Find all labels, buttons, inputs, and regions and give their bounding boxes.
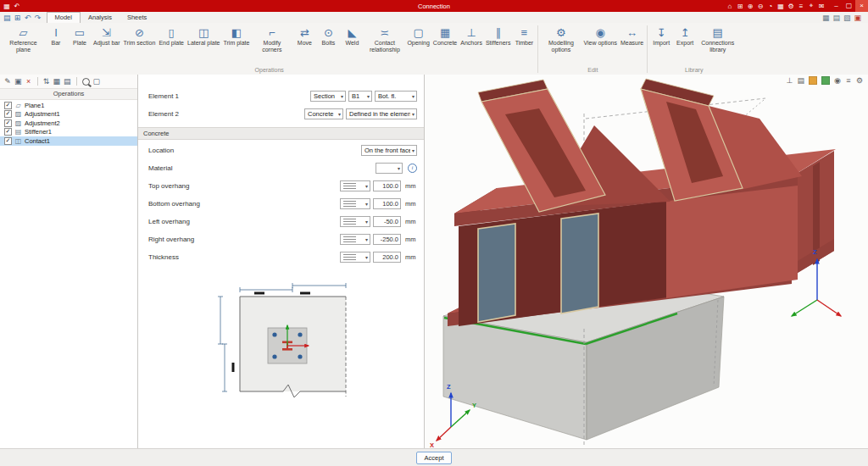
ribbon-item-import[interactable]: ↧Import [649, 25, 673, 47]
accept-button[interactable]: Accept [416, 452, 452, 464]
minimize-button[interactable]: – [830, 0, 843, 12]
tab-model[interactable]: Model [47, 12, 81, 23]
thickness-input[interactable]: 200.0 [373, 252, 401, 263]
ribbon-group-operations: ▱Reference planeIBar▭Plate⇲Adjust bar⊘Tr… [3, 23, 536, 75]
3d-viewport[interactable]: ⊥▤◉≡⚙ [424, 75, 868, 449]
list-icon[interactable]: ≡ [798, 3, 804, 10]
ribbon-item-plate[interactable]: ▭Plate [68, 25, 92, 47]
material-dropdown[interactable]: ▾ [376, 163, 403, 174]
maximize-button[interactable]: ▢ [843, 0, 855, 12]
ribbon-item-export[interactable]: ↥Export [673, 25, 697, 47]
list-icon[interactable]: ▤ [64, 77, 71, 86]
ribbon-item-adjust-bar[interactable]: ⇲Adjust bar [92, 25, 122, 47]
ribbon-item-timber[interactable]: ≡Timber [512, 25, 536, 47]
ribbon-item-end-plate[interactable]: ▯End plate [157, 25, 186, 47]
left-overhang-input[interactable]: -50.0 [373, 216, 401, 227]
reorder-icon[interactable]: ⇅ [43, 77, 50, 86]
element-1-dropdown[interactable]: Bot. fl.▾ [375, 91, 417, 102]
top-overhang-input[interactable]: 100.0 [373, 180, 401, 191]
ribbon-item-bolts[interactable]: ⊙Bolts [316, 25, 340, 47]
ribbon-item-concrete[interactable]: ▦Concrete [431, 25, 459, 47]
ribbon-item-anchors[interactable]: ⊥Anchors [459, 25, 484, 47]
ribbon-item-view-options[interactable]: ◉View options [581, 25, 619, 47]
render-icon[interactable] [821, 76, 830, 85]
checkbox-icon[interactable]: ✓ [4, 119, 12, 127]
ribbon-item-trim-plate[interactable]: ◧Trim plate [222, 25, 252, 47]
print-icon[interactable]: ▤ [797, 76, 804, 85]
ribbon-item-contact-relationship[interactable]: ≍Contact relationship [364, 25, 405, 53]
ribbon-item-modify-corners[interactable]: ⌐Modify corners [251, 25, 292, 53]
ribbon-item-stiffeners[interactable]: ∥Stiffeners [484, 25, 512, 47]
frame-icon[interactable]: ▢ [93, 77, 101, 86]
checkbox-icon[interactable]: ✓ [4, 102, 12, 109]
left-overhang-style-dropdown[interactable]: ▾ [340, 216, 370, 227]
app-grid-icon[interactable]: ▦ [3, 3, 10, 10]
right-overhang-input[interactable]: -250.0 [373, 234, 401, 245]
element-1-dropdown[interactable]: B1▾ [348, 91, 372, 102]
copy-icon[interactable]: ▣ [14, 77, 22, 86]
table-icon[interactable]: ▦ [777, 3, 784, 10]
undo-icon[interactable]: ↶ [25, 14, 31, 22]
ribbon-item-trim-section[interactable]: ⊘Trim section [122, 25, 158, 47]
view-icon[interactable]: ◔ [767, 3, 774, 10]
undo-icon[interactable]: ↶ [14, 3, 20, 10]
ribbon-item-move[interactable]: ⇄Move [292, 25, 316, 47]
mail-icon[interactable]: ✉ [818, 3, 825, 10]
checkbox-icon[interactable]: ✓ [4, 137, 12, 145]
workplane-icon[interactable]: ⊥ [786, 76, 793, 85]
tree-item-contact1[interactable]: ✓◫Contact1 [0, 136, 137, 146]
chevron-down-icon: ▾ [398, 165, 400, 171]
ribbon-item-measure[interactable]: ↔Measure [619, 25, 645, 47]
zoom-in-icon[interactable]: ⊕ [747, 3, 754, 10]
save-icon[interactable]: ▤ [3, 14, 11, 22]
view-settings-icon[interactable]: ⚙ [856, 76, 863, 85]
tree-item-stiffener1[interactable]: ✓▤Stiffener1 [0, 128, 137, 137]
visibility-icon[interactable]: ◉ [834, 76, 841, 85]
plate-style-icon [343, 236, 356, 243]
bottom-overhang-style-dropdown[interactable]: ▾ [340, 198, 370, 209]
ribbon-item-lateral-plate[interactable]: ◫Lateral plate [186, 25, 222, 47]
alert-icon[interactable]: ▣ [854, 14, 861, 22]
tab-sheets[interactable]: Sheets [120, 12, 154, 23]
tree-item-adjustment1[interactable]: ✓▨Adjustment1 [0, 110, 137, 119]
report-icon[interactable]: ▧ [843, 14, 851, 22]
new-grid-icon[interactable]: ⊞ [14, 14, 21, 22]
ribbon-item-bar[interactable]: IBar [44, 25, 68, 47]
tree-item-plane1[interactable]: ✓▱Plane1 [0, 101, 137, 110]
element-1-dropdown[interactable]: Section▾ [310, 91, 346, 102]
element-2-dropdown[interactable]: Defined in the element▾ [346, 108, 417, 119]
edit-icon[interactable]: ✎ [4, 77, 11, 86]
thickness-style-dropdown[interactable]: ▾ [340, 252, 370, 263]
right-overhang-style-dropdown[interactable]: ▾ [340, 234, 370, 245]
view-grid-icon[interactable]: ▦ [822, 14, 830, 22]
contact-icon: ◫ [14, 137, 22, 145]
close-button[interactable]: × [855, 0, 868, 12]
palette-icon[interactable] [809, 76, 817, 85]
top-overhang-style-dropdown[interactable]: ▾ [340, 180, 370, 191]
target-icon[interactable]: ⌖ [808, 2, 815, 10]
location-dropdown[interactable]: On the front face▾ [361, 145, 417, 156]
ribbon-item-opening[interactable]: ▢Opening [405, 25, 431, 47]
info-icon[interactable]: i [408, 164, 417, 173]
zoom-out-icon[interactable]: ⊖ [757, 3, 764, 10]
redo-icon[interactable]: ↷ [35, 14, 42, 22]
settings-icon[interactable]: ⚙ [787, 3, 794, 10]
element-2-dropdown[interactable]: Concrete▾ [304, 108, 343, 119]
ribbon-item-reference-plane[interactable]: ▱Reference plane [3, 25, 44, 53]
ribbon-item-connections-library[interactable]: ▤Connections library [697, 25, 738, 53]
checkbox-icon[interactable]: ✓ [4, 110, 12, 118]
prop-row-controls: On the front face▾ [361, 145, 417, 156]
grid-icon[interactable]: ▦ [53, 77, 61, 86]
ribbon-item-weld[interactable]: ◣Weld [340, 25, 364, 47]
search-icon[interactable] [82, 78, 90, 86]
home-icon[interactable]: ⌂ [726, 3, 733, 10]
layers-icon[interactable]: ≡ [845, 76, 852, 85]
bottom-overhang-input[interactable]: 100.0 [373, 198, 401, 209]
tree-item-adjustment2[interactable]: ✓▨Adjustment2 [0, 119, 137, 128]
tab-analysis[interactable]: Analysis [81, 12, 120, 23]
checkbox-icon[interactable]: ✓ [4, 128, 12, 136]
sheet-icon[interactable]: ▤ [832, 14, 840, 22]
delete-icon[interactable]: × [25, 77, 32, 86]
grid-icon[interactable]: ⊞ [737, 3, 743, 10]
ribbon-item-modelling-options[interactable]: ⚙Modelling options [540, 25, 581, 53]
